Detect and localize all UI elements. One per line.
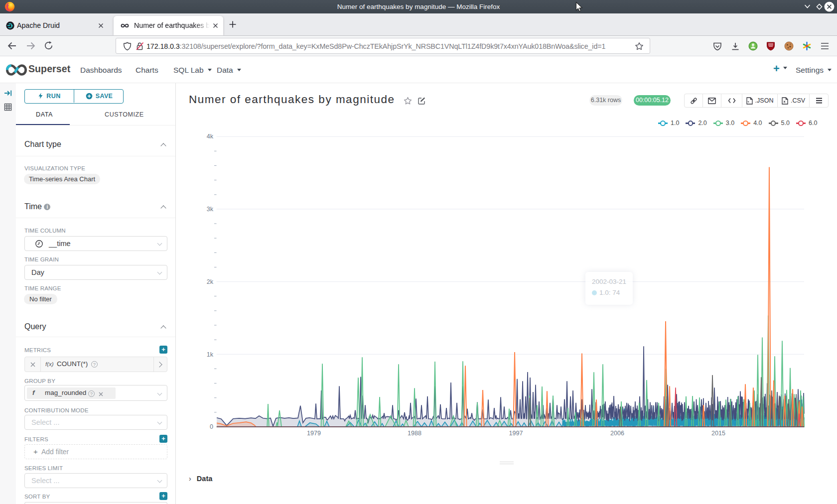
svg-text:1988: 1988: [408, 430, 421, 437]
svg-text:1k: 1k: [207, 351, 214, 358]
svg-text:2015: 2015: [711, 430, 725, 437]
svg-text:3k: 3k: [207, 206, 214, 213]
svg-text:4k: 4k: [207, 133, 214, 140]
svg-text:1979: 1979: [307, 430, 321, 437]
svg-text:0: 0: [210, 423, 213, 430]
svg-text:1997: 1997: [509, 430, 523, 437]
svg-text:2006: 2006: [610, 430, 624, 437]
svg-text:2k: 2k: [207, 278, 214, 285]
